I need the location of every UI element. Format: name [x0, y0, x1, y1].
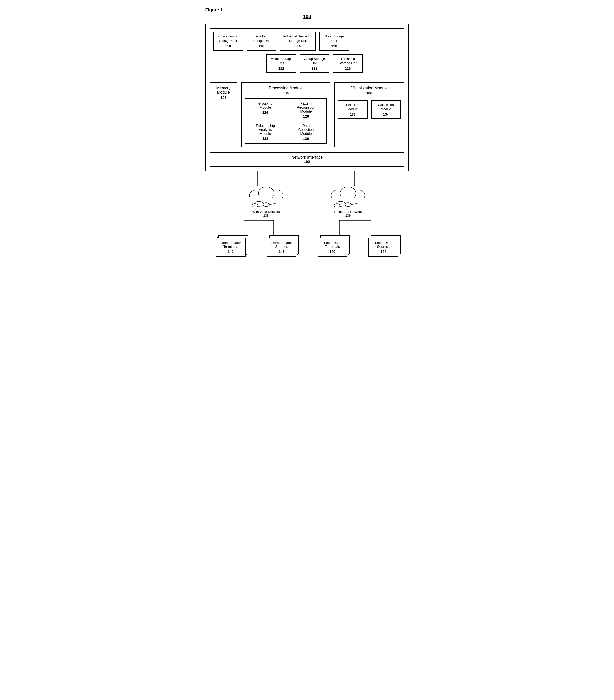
metric-storage-unit: Metric StorageUnit 112 — [267, 54, 296, 73]
connection-lines-top — [206, 171, 409, 186]
calculation-module: CalculationModule 134 — [371, 100, 401, 119]
remote-user-terminals-group: Remote UserTerminals 142 — [216, 238, 246, 257]
svg-point-17 — [345, 203, 351, 207]
modules-row: MemoryModule 106 Processing Module 104 G… — [210, 82, 404, 147]
wan-cloud: Wide Area Network 138 — [246, 186, 286, 218]
system-box: CharacteristicStorage Unit 110 Data Item… — [206, 24, 409, 171]
processing-inner: GroupingModule 124 PatternRecognitionMod… — [245, 98, 327, 144]
individual-descriptor-storage-unit: Individual DescriptorStorage Unit 114 — [280, 32, 316, 51]
relationship-analysis-module: RelationshipAnalysisModule 128 — [245, 121, 286, 143]
data-collection-module: DataCollectionModule 130 — [286, 121, 327, 143]
pattern-recognition-module: PatternRecognitionModule 126 — [286, 99, 327, 121]
data-item-storage-unit: Data ItemStorage Unit 116 — [247, 32, 277, 51]
lan-cloud: Local Area Network 136 — [328, 186, 368, 218]
processing-module: Processing Module 104 GroupingModule 124… — [241, 82, 330, 147]
local-data-sources-group: Local DataSources 144 — [368, 238, 398, 257]
svg-rect-15 — [332, 198, 364, 203]
selection-module: SelectionModule 132 — [338, 100, 368, 119]
note-storage-unit: Note StorageUnit 120 — [319, 32, 349, 51]
svg-point-18 — [334, 203, 340, 207]
memory-module: MemoryModule 106 — [210, 82, 237, 147]
visualization-module: Visualization Module 108 SelectionModule… — [334, 82, 404, 147]
remote-user-terminals: Remote UserTerminals 142 — [216, 238, 246, 257]
networks-row: Wide Area Network 138 Local Area Network… — [206, 186, 409, 218]
wan-cloud-shape — [246, 186, 286, 208]
local-user-terminals: Local UserTerminals 140 — [318, 238, 347, 257]
local-data-sources: Local DataSources 144 — [368, 238, 398, 257]
remote-data-sources: Remote DataSources 146 — [267, 238, 296, 257]
svg-point-10 — [252, 203, 258, 207]
threshold-storage-unit: ThresholdStorage Unit 118 — [333, 54, 363, 73]
storage-section: CharacteristicStorage Unit 110 Data Item… — [210, 28, 404, 77]
viz-boxes: SelectionModule 132 CalculationModule 13… — [338, 100, 401, 119]
storage-row2: Metric StorageUnit 112 Group StorageUnit… — [213, 54, 401, 73]
page: Figure 1 100 CharacteristicStorage Unit … — [206, 8, 409, 257]
svg-rect-7 — [250, 198, 282, 203]
group-storage-unit: Group StorageUnit 122 — [300, 54, 330, 73]
figure-label: Figure 1 — [206, 8, 409, 13]
lan-cloud-shape — [328, 186, 368, 208]
storage-row1: CharacteristicStorage Unit 110 Data Item… — [213, 32, 401, 51]
network-interface: Network Interface 102 — [210, 152, 404, 167]
connection-lines-wan — [206, 221, 409, 235]
characteristic-storage-unit: CharacteristicStorage Unit 110 — [213, 32, 243, 51]
svg-point-9 — [263, 203, 269, 207]
terminals-section: Remote UserTerminals 142 Remote DataSour… — [206, 238, 409, 257]
grouping-module: GroupingModule 124 — [245, 99, 286, 121]
figure-number: 100 — [206, 14, 409, 19]
local-user-terminals-group: Local UserTerminals 140 — [318, 238, 347, 257]
remote-data-sources-group: Remote DataSources 146 — [267, 238, 296, 257]
